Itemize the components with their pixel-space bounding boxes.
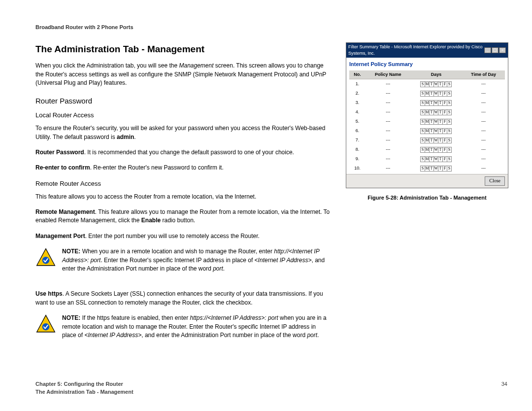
page-footer: Chapter 5: Configuring the Router The Ad… bbox=[35, 380, 507, 396]
reenter-para: Re-enter to confirm. Re-enter the Router… bbox=[35, 164, 331, 172]
page-title: The Administration Tab - Management bbox=[35, 42, 331, 56]
day-cell: S bbox=[447, 147, 452, 153]
enable-bold: Enable bbox=[141, 217, 161, 224]
figure-column: Filter Summary Table - Microsoft Interne… bbox=[346, 42, 508, 356]
section-local-access: Local Router Access bbox=[35, 111, 331, 120]
t: . It is recommended that you change the … bbox=[84, 149, 294, 156]
note-2-text: NOTE: If the https feature is enabled, t… bbox=[62, 314, 331, 340]
intro-a: When you click the Administration tab, y… bbox=[35, 62, 179, 69]
day-cell: S bbox=[447, 119, 452, 125]
label: Re-enter to confirm bbox=[35, 164, 90, 171]
cell-days: SMTWTFS bbox=[410, 126, 462, 136]
cell-tod: --- bbox=[462, 164, 505, 173]
text-column: The Administration Tab - Management When… bbox=[35, 42, 331, 356]
cell-days: SMTWTFS bbox=[410, 107, 462, 117]
day-cell: S bbox=[447, 91, 452, 97]
table-row: 4.---SMTWTFS--- bbox=[349, 107, 505, 117]
cell-days: SMTWTFS bbox=[410, 79, 462, 89]
cell-tod: --- bbox=[462, 145, 505, 154]
main-layout: The Administration Tab - Management When… bbox=[35, 42, 507, 356]
window-footer: Close bbox=[346, 174, 508, 188]
code: <Internet IP Address> bbox=[84, 332, 141, 339]
table-row: 3.---SMTWTFS--- bbox=[349, 98, 505, 107]
cell-no: 1. bbox=[349, 79, 366, 89]
remote-intro-para: This feature allows you to access the Ro… bbox=[35, 193, 331, 201]
t: , and enter the Administration Port numb… bbox=[141, 332, 307, 339]
intro-paragraph: When you click the Administration tab, y… bbox=[35, 62, 331, 87]
label: Use https bbox=[35, 290, 63, 297]
section-router-password: Router Password bbox=[35, 96, 331, 106]
table-row: 7.---SMTWTFS--- bbox=[349, 136, 505, 145]
cell-policy: --- bbox=[366, 126, 410, 136]
warning-checkmark-icon bbox=[35, 247, 56, 268]
cell-tod: --- bbox=[462, 98, 505, 107]
col-policy: Policy Name bbox=[366, 70, 410, 79]
table-row: 5.---SMTWTFS--- bbox=[349, 117, 505, 126]
note-label: NOTE: bbox=[62, 314, 80, 321]
t: To ensure the Router's security, you wil… bbox=[35, 125, 325, 140]
router-password-para: Router Password. It is recommended that … bbox=[35, 148, 331, 157]
footer-section: The Administration Tab - Management bbox=[35, 388, 507, 396]
window-controls: _ ▢ × bbox=[484, 47, 506, 53]
cell-no: 3. bbox=[349, 98, 366, 107]
close-button[interactable]: Close bbox=[485, 176, 505, 186]
t: radio button. bbox=[161, 217, 195, 224]
section-remote-access: Remote Router Access bbox=[35, 179, 331, 189]
cell-no: 6. bbox=[349, 126, 366, 136]
cell-tod: --- bbox=[462, 136, 505, 145]
figure-caption: Figure 5-28: Administration Tab - Manage… bbox=[346, 194, 508, 202]
t: . Enter the port number you will use to … bbox=[85, 233, 260, 240]
local-access-para: To ensure the Router's security, you wil… bbox=[35, 124, 331, 141]
t: . bbox=[317, 332, 319, 339]
day-cell: S bbox=[447, 100, 452, 106]
svg-point-3 bbox=[42, 323, 49, 330]
cell-tod: --- bbox=[462, 117, 505, 126]
cell-policy: --- bbox=[366, 79, 410, 89]
cell-policy: --- bbox=[366, 136, 410, 145]
cell-no: 7. bbox=[349, 136, 366, 145]
day-cell: S bbox=[447, 128, 452, 134]
cell-no: 2. bbox=[349, 89, 366, 98]
cell-policy: --- bbox=[366, 89, 410, 98]
minimize-icon[interactable]: _ bbox=[484, 47, 491, 53]
doc-header: Broadband Router with 2 Phone Ports bbox=[35, 24, 507, 32]
cell-policy: --- bbox=[366, 154, 410, 164]
warning-checkmark-icon bbox=[35, 314, 56, 335]
mgmt-port-para: Management Port. Enter the port number y… bbox=[35, 232, 331, 240]
note-block-1: NOTE: When you are in a remote location … bbox=[35, 247, 331, 280]
label: Remote Management bbox=[35, 208, 95, 215]
cell-no: 8. bbox=[349, 145, 366, 154]
cell-no: 5. bbox=[349, 117, 366, 126]
note-label: NOTE: bbox=[62, 248, 80, 255]
label: Management Port bbox=[35, 233, 85, 240]
table-row: 8.---SMTWTFS--- bbox=[349, 145, 505, 154]
t: . bbox=[134, 134, 135, 140]
col-no: No. bbox=[349, 70, 366, 79]
t: When you are in a remote location and wi… bbox=[80, 248, 274, 255]
policy-summary-heading: Internet Policy Summary bbox=[349, 61, 505, 68]
cell-days: SMTWTFS bbox=[410, 98, 462, 107]
cell-days: SMTWTFS bbox=[410, 164, 462, 173]
code: https://<Internet IP Address>: port bbox=[190, 314, 278, 321]
col-days: Days bbox=[410, 70, 462, 79]
policy-table: No. Policy Name Days Time of Day 1.---SM… bbox=[349, 70, 505, 173]
close-icon[interactable]: × bbox=[499, 47, 506, 53]
cell-policy: --- bbox=[366, 164, 410, 173]
window-titlebar: Filter Summary Table - Microsoft Interne… bbox=[346, 43, 508, 58]
figure-window: Filter Summary Table - Microsoft Interne… bbox=[346, 42, 508, 188]
cell-tod: --- bbox=[462, 126, 505, 136]
cell-tod: --- bbox=[462, 89, 505, 98]
table-row: 9.---SMTWTFS--- bbox=[349, 154, 505, 164]
table-row: 6.---SMTWTFS--- bbox=[349, 126, 505, 136]
table-row: 10.---SMTWTFS--- bbox=[349, 164, 505, 173]
col-tod: Time of Day bbox=[462, 70, 505, 79]
maximize-icon[interactable]: ▢ bbox=[492, 47, 499, 53]
cell-days: SMTWTFS bbox=[410, 89, 462, 98]
cell-policy: --- bbox=[366, 98, 410, 107]
cell-tod: --- bbox=[462, 154, 505, 164]
cell-policy: --- bbox=[366, 145, 410, 154]
table-row: 1.---SMTWTFS--- bbox=[349, 79, 505, 89]
cell-no: 9. bbox=[349, 154, 366, 164]
day-cell: S bbox=[447, 166, 452, 171]
day-cell: S bbox=[447, 81, 452, 87]
